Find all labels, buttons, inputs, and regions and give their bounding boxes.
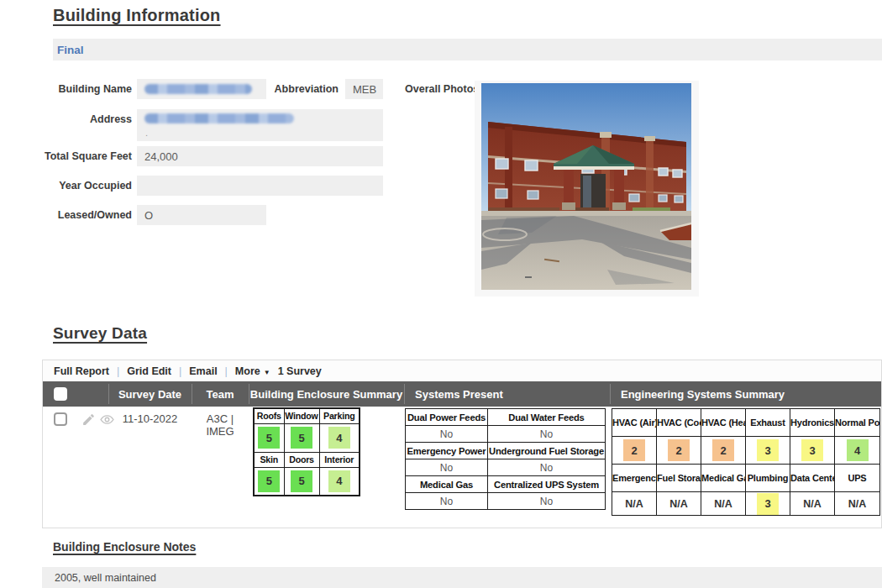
- score-box: 3: [757, 493, 779, 515]
- engineering-score-cell: 4: [835, 437, 880, 465]
- full-report-button[interactable]: Full Report: [54, 365, 109, 377]
- edit-pencil-icon[interactable]: [81, 412, 96, 427]
- enclosure-label: Roofs: [254, 408, 284, 423]
- enclosure-label: Skin: [254, 452, 284, 467]
- address-field[interactable]: .: [137, 109, 383, 141]
- building-enclosure-notes-title: Building Enclosure Notes: [53, 540, 196, 554]
- engineering-label: Normal Power: [835, 409, 880, 437]
- leased-owned-field[interactable]: O: [137, 205, 266, 225]
- survey-count: 1 Survey: [278, 365, 322, 377]
- abbreviation-field[interactable]: MEB: [345, 79, 383, 99]
- score-box: 3: [757, 439, 779, 461]
- engineering-score-cell: 3: [746, 492, 790, 516]
- chevron-down-icon: ▼: [264, 369, 270, 376]
- email-button[interactable]: Email: [189, 365, 217, 377]
- year-occupied-field[interactable]: [137, 176, 383, 196]
- survey-data-title: Survey Data: [53, 324, 147, 343]
- system-label: Centralized UPS System: [488, 476, 606, 493]
- status-bar: Final: [53, 39, 882, 60]
- grid-edit-button[interactable]: Grid Edit: [127, 365, 171, 377]
- engineering-summary-table: HVAC (Air) HVAC (Cooling) HVAC (Heating)…: [612, 408, 880, 516]
- building-enclosure-notes-value: 2005, well maintained: [42, 567, 882, 588]
- score-box: 2: [668, 439, 690, 461]
- system-value: No: [406, 493, 488, 510]
- system-value: No: [406, 459, 488, 476]
- enclosure-score-cell: 5: [254, 467, 284, 496]
- more-menu-button[interactable]: More▼: [235, 365, 270, 377]
- score-box: 5: [258, 427, 280, 449]
- enclosure-summary-table: Roofs Window Parking 5 5 4 Skin Doors In…: [253, 407, 360, 496]
- enclosure-label: Doors: [284, 452, 319, 467]
- redacted-address: [144, 113, 294, 123]
- toolbar-separator: |: [179, 365, 181, 377]
- page-title: Building Information: [53, 6, 221, 25]
- enclosure-label: Window: [284, 408, 319, 423]
- engineering-label: Medical Gas: [701, 465, 746, 492]
- engineering-label: Fuel Storage: [657, 465, 701, 492]
- enclosure-score-cell: 5: [284, 467, 319, 496]
- engineering-score-cell: 3: [746, 437, 790, 465]
- score-box: 5: [291, 427, 312, 449]
- engineering-score-cell: 2: [612, 437, 657, 465]
- score-box: 2: [623, 439, 645, 461]
- building-name-field[interactable]: [137, 79, 266, 99]
- col-engineering-summary[interactable]: Engineering Systems Summary: [610, 381, 881, 407]
- engineering-score-cell: 2: [701, 437, 746, 465]
- row-team: A3C | IMEG: [192, 412, 249, 438]
- row-survey-date[interactable]: 11-10-2022: [108, 412, 192, 425]
- toolbar-separator: |: [225, 365, 228, 377]
- col-team[interactable]: Team: [192, 381, 249, 407]
- survey-table: Full Report | Grid Edit | Email | More▼ …: [42, 360, 882, 528]
- system-label: Emergency Power: [406, 443, 488, 459]
- score-box: 4: [328, 427, 350, 449]
- score-box: 4: [328, 470, 350, 492]
- overall-photos-label: Overall Photos: [405, 79, 480, 99]
- engineering-label: Emergency Power: [612, 465, 657, 492]
- enclosure-score-cell: 4: [319, 467, 360, 496]
- leased-owned-label: Leased/Owned: [34, 205, 132, 225]
- system-label: Underground Fuel Storage: [488, 443, 606, 459]
- engineering-label: Plumbing: [746, 465, 790, 492]
- system-value: No: [488, 493, 606, 510]
- system-value: No: [406, 426, 488, 443]
- engineering-score-cell: N/A: [790, 492, 835, 516]
- engineering-label: Data Center: [790, 465, 835, 492]
- engineering-score-cell: N/A: [701, 492, 746, 516]
- col-systems-present[interactable]: Systems Present: [404, 381, 610, 407]
- engineering-score-cell: N/A: [657, 492, 701, 516]
- system-label: Medical Gas: [406, 476, 488, 493]
- col-survey-date[interactable]: Survey Date: [108, 381, 192, 407]
- score-box: 3: [801, 439, 823, 461]
- system-value: No: [488, 459, 606, 476]
- enclosure-label: Parking: [319, 408, 360, 423]
- enclosure-score-cell: 4: [319, 423, 360, 452]
- engineering-score-cell: 3: [790, 437, 835, 465]
- overall-photos-frame: [475, 81, 699, 297]
- engineering-label: HVAC (Heating): [701, 409, 746, 437]
- engineering-score-cell: N/A: [612, 492, 657, 516]
- engineering-label: Hydronics: [790, 409, 835, 437]
- engineering-label: HVAC (Cooling): [657, 409, 701, 437]
- select-all-cell: [43, 381, 108, 407]
- select-all-checkbox[interactable]: [54, 387, 67, 401]
- col-enclosure-summary[interactable]: Building Enclosure Summary: [249, 381, 404, 407]
- engineering-label: UPS: [835, 465, 880, 492]
- table-header-row: Survey Date Team Building Enclosure Summ…: [43, 381, 881, 407]
- total-sqft-field[interactable]: 24,000: [137, 146, 383, 166]
- engineering-label: Exhaust: [746, 409, 790, 437]
- score-box: 4: [847, 439, 869, 461]
- engineering-score-cell: N/A: [835, 492, 880, 516]
- system-label: Dual Power Feeds: [406, 409, 488, 426]
- engineering-label: HVAC (Air): [612, 409, 657, 437]
- building-photo[interactable]: [481, 83, 691, 290]
- system-label: Dual Water Feeds: [488, 409, 606, 426]
- toolbar-separator: |: [117, 365, 119, 377]
- row-checkbox[interactable]: [54, 412, 67, 426]
- year-occupied-label: Year Occupied: [34, 176, 132, 196]
- address-label: Address: [34, 109, 132, 129]
- enclosure-score-cell: 5: [284, 423, 319, 452]
- enclosure-score-cell: 5: [254, 423, 284, 452]
- score-box: 5: [258, 470, 280, 492]
- redacted-building-name: [144, 84, 252, 94]
- systems-present-table: Dual Power Feeds Dual Water Feeds No No …: [405, 408, 606, 510]
